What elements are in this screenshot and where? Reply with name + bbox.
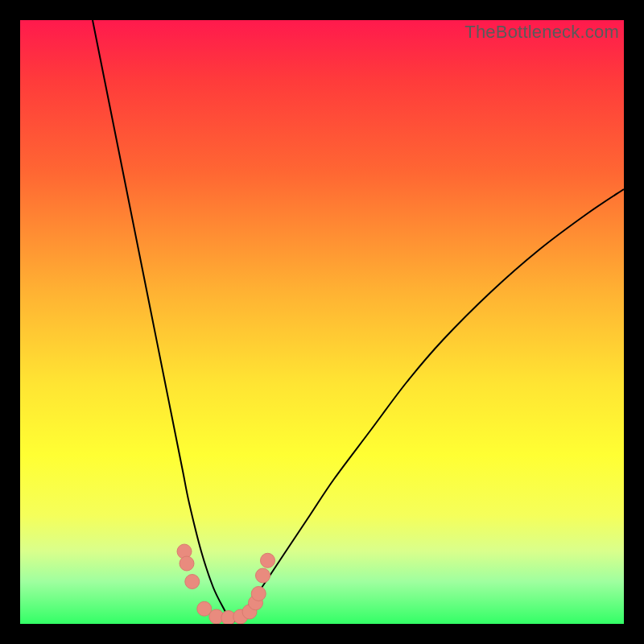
right-curve [232, 189, 625, 624]
plot-area: TheBottleneck.com [20, 20, 624, 624]
data-dot [185, 575, 200, 589]
data-dot [251, 587, 266, 601]
left-curve [93, 20, 232, 624]
data-dot [261, 553, 275, 568]
data-dot [180, 556, 194, 571]
chart-svg [20, 20, 624, 624]
dot-layer [177, 544, 275, 624]
curve-layer [93, 20, 624, 624]
data-dot [256, 568, 270, 583]
